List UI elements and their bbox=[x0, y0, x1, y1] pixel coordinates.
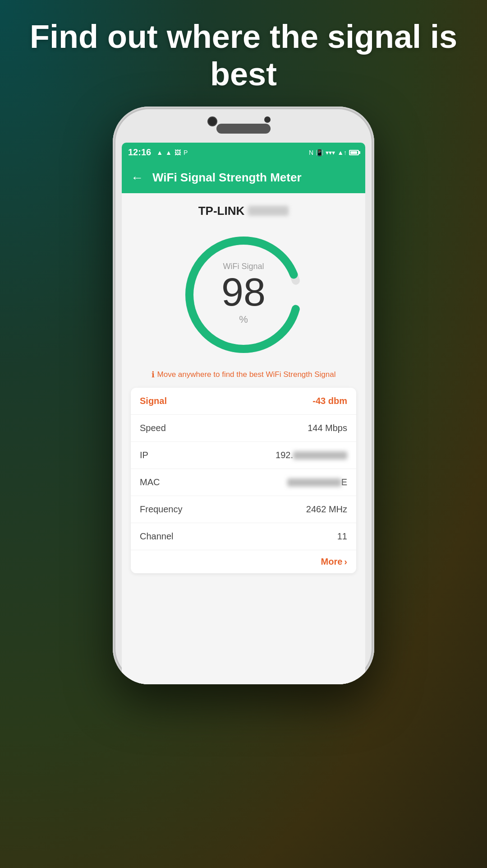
ip-prefix: 192. bbox=[276, 450, 293, 460]
phone-top-bezel bbox=[113, 107, 374, 143]
status-time: 12:16 bbox=[128, 147, 151, 158]
speaker-grille bbox=[216, 124, 271, 134]
status-left: 12:16 ▲ ▲ 🖼 P bbox=[128, 147, 188, 158]
mac-suffix: E bbox=[341, 477, 347, 487]
status-right-icons: N 📳 ▾▾▾ ▲↑ bbox=[309, 149, 359, 156]
more-chevron-icon: › bbox=[344, 557, 347, 567]
table-row: Frequency 2462 MHz bbox=[131, 496, 356, 523]
ip-blurred bbox=[293, 451, 347, 460]
more-label: More bbox=[321, 557, 343, 567]
app-content: TP-LINK WiFi Signal 98 % ℹ bbox=[122, 193, 365, 684]
gauge-value: 98 bbox=[221, 272, 266, 311]
hint-text: ℹ Move anywhere to find the best WiFi St… bbox=[152, 370, 336, 380]
channel-label: Channel bbox=[140, 531, 174, 542]
table-row: MAC E bbox=[131, 469, 356, 496]
signal-value: -43 dbm bbox=[312, 396, 347, 406]
cellular-icon: ▲↑ bbox=[337, 149, 347, 156]
mac-blurred bbox=[287, 478, 341, 487]
status-bar: 12:16 ▲ ▲ 🖼 P N 📳 ▾▾▾ ▲↑ bbox=[122, 143, 365, 162]
nfc-icon: N bbox=[309, 149, 313, 156]
front-camera bbox=[207, 116, 217, 126]
phone-screen: 12:16 ▲ ▲ 🖼 P N 📳 ▾▾▾ ▲↑ ← WiF bbox=[122, 143, 365, 684]
frequency-value: 2462 MHz bbox=[306, 504, 347, 515]
network-name-blurred bbox=[248, 206, 289, 216]
gauge-unit: % bbox=[221, 313, 266, 325]
info-card: Signal -43 dbm Speed 144 Mbps IP 192. bbox=[131, 388, 356, 573]
image-icon: 🖼 bbox=[175, 149, 181, 156]
warning-icon-1: ▲ bbox=[156, 149, 163, 156]
speed-label: Speed bbox=[140, 423, 166, 433]
parking-icon: P bbox=[184, 149, 188, 156]
more-button[interactable]: More › bbox=[321, 557, 347, 567]
app-title: WiFi Signal Strength Meter bbox=[152, 171, 302, 185]
warning-icon-2: ▲ bbox=[165, 149, 172, 156]
ip-label: IP bbox=[140, 450, 148, 460]
table-row: Speed 144 Mbps bbox=[131, 415, 356, 442]
signal-label: Signal bbox=[140, 396, 167, 406]
table-row: IP 192. bbox=[131, 442, 356, 469]
frequency-label: Frequency bbox=[140, 504, 183, 515]
gauge-center: WiFi Signal 98 % bbox=[221, 261, 266, 325]
page-headline: Find out where the signal is best bbox=[0, 18, 487, 93]
ip-value: 192. bbox=[276, 450, 347, 460]
network-name: TP-LINK bbox=[198, 204, 289, 218]
battery-icon bbox=[349, 150, 359, 155]
info-icon: ℹ bbox=[152, 370, 155, 380]
wifi-signal-icon: ▾▾▾ bbox=[326, 149, 335, 156]
phone-mockup: 12:16 ▲ ▲ 🖼 P N 📳 ▾▾▾ ▲↑ ← WiF bbox=[113, 107, 374, 684]
back-button[interactable]: ← bbox=[131, 171, 143, 185]
status-notification-icons: ▲ ▲ 🖼 P bbox=[156, 149, 188, 156]
channel-value: 11 bbox=[337, 531, 347, 542]
vibrate-icon: 📳 bbox=[316, 149, 323, 156]
table-row: Channel 11 bbox=[131, 523, 356, 550]
table-row: Signal -43 dbm bbox=[131, 388, 356, 415]
mac-label: MAC bbox=[140, 477, 160, 487]
network-name-text: TP-LINK bbox=[198, 204, 245, 218]
app-bar: ← WiFi Signal Strength Meter bbox=[122, 162, 365, 193]
more-row: More › bbox=[131, 550, 356, 573]
hint-message: Move anywhere to find the best WiFi Stre… bbox=[157, 370, 336, 379]
mac-value: E bbox=[287, 477, 347, 487]
speed-value: 144 Mbps bbox=[308, 423, 347, 433]
sensor-dot bbox=[264, 116, 271, 123]
signal-gauge: WiFi Signal 98 % bbox=[176, 227, 311, 362]
